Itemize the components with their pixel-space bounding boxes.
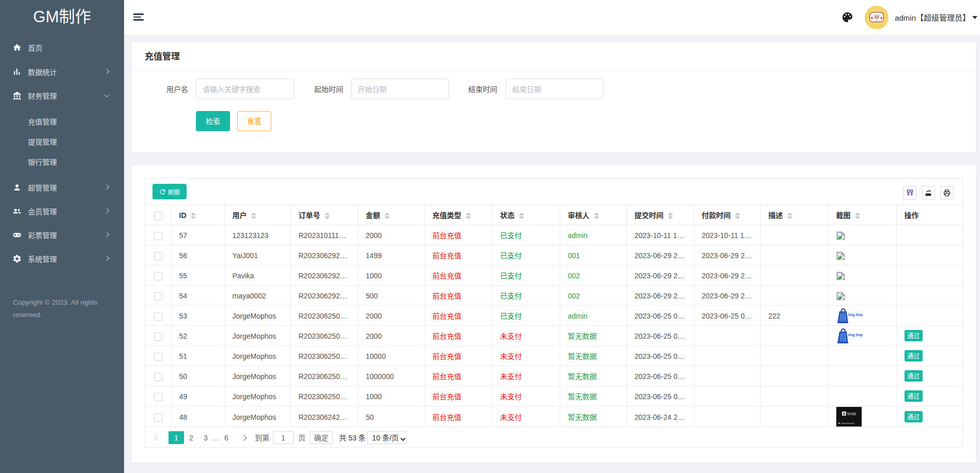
svg-text:NYSE: NYSE (847, 412, 856, 416)
svg-text:N: N (843, 412, 845, 416)
svg-text:King Shop: King Shop (848, 333, 863, 337)
svg-text:King Shop: King Shop (848, 313, 863, 317)
